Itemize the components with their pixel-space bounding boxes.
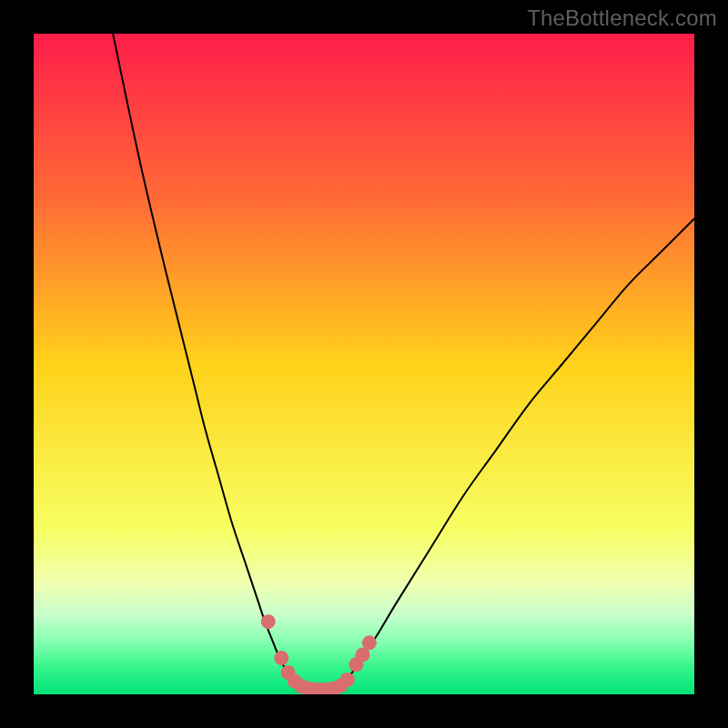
data-point-dot bbox=[340, 672, 355, 687]
data-point-dot bbox=[261, 614, 276, 629]
watermark-text: TheBottleneck.com bbox=[527, 5, 717, 31]
data-point-dot bbox=[362, 635, 377, 650]
chart-frame: TheBottleneck.com bbox=[0, 0, 728, 728]
plot-area bbox=[34, 34, 694, 694]
chart-svg bbox=[34, 34, 694, 694]
data-point-dot bbox=[274, 651, 288, 665]
